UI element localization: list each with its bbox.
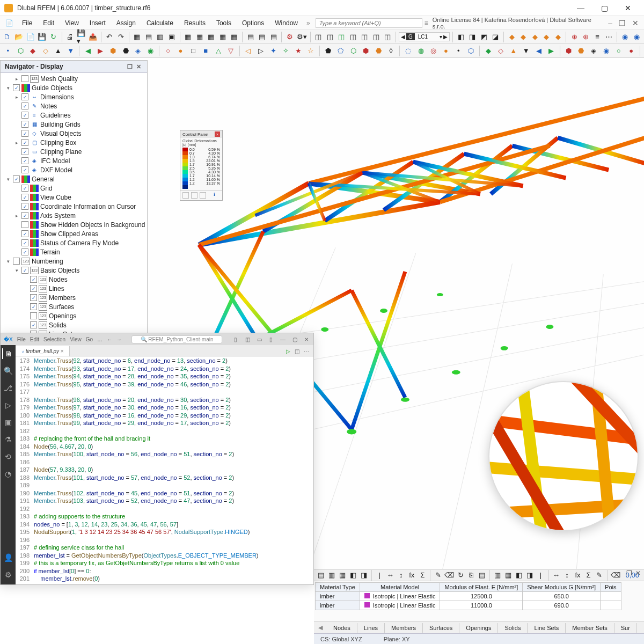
tb2-icon-9[interactable]: ⬣ xyxy=(120,45,131,57)
print-icon[interactable]: 🖨 xyxy=(64,31,75,43)
save-icon[interactable]: 💾 xyxy=(37,31,48,43)
tb2-icon-24[interactable]: ⬟ xyxy=(323,45,334,57)
refresh-icon[interactable]: ↻ xyxy=(48,31,59,43)
tree-checkbox[interactable] xyxy=(21,221,28,228)
code-line[interactable]: 193# adding suppoerts to the structure xyxy=(16,513,313,521)
minimize-button[interactable]: — xyxy=(569,1,592,16)
editor-close-icon[interactable]: ✕ xyxy=(303,336,310,342)
tb2-icon-15[interactable]: ■ xyxy=(200,45,211,57)
tree-checkbox[interactable] xyxy=(21,157,28,164)
tree-checkbox[interactable] xyxy=(21,103,28,109)
control-panel[interactable]: Control Panel× Global Deformations |u| [… xyxy=(180,130,223,201)
editor-tab[interactable]: ⬨ timber_hall.py × xyxy=(16,346,70,356)
grid-e-icon[interactable]: ▦ xyxy=(229,31,240,43)
tree-checkbox[interactable] xyxy=(30,321,37,328)
tabletool-13[interactable]: ⎘ xyxy=(466,570,476,581)
table-header[interactable]: Material Type xyxy=(316,583,360,592)
obj-b-icon[interactable]: ◆ xyxy=(518,31,529,43)
cp-opt1-icon[interactable] xyxy=(182,192,189,199)
tree-checkbox[interactable] xyxy=(21,112,28,119)
tree-checkbox[interactable] xyxy=(21,230,28,237)
tree-item[interactable]: 123Lines xyxy=(1,284,147,293)
tb2-icon-47[interactable]: ● xyxy=(625,45,636,57)
tree-item[interactable]: Terrain xyxy=(1,247,147,257)
code-line[interactable]: 199# this is a temporary fix, as GetObje… xyxy=(16,559,313,567)
view-1-icon[interactable]: ▦ xyxy=(132,31,143,43)
tabletool-24[interactable]: ✎ xyxy=(595,570,604,581)
table-c-icon[interactable]: ▤ xyxy=(268,31,279,43)
grid-b-icon[interactable]: ▦ xyxy=(194,31,205,43)
tabletool-0[interactable]: ▤ xyxy=(316,570,326,581)
explorer-icon[interactable]: 🗎 xyxy=(2,348,13,359)
tree-checkbox[interactable] xyxy=(13,84,20,91)
tb2-icon-2[interactable]: ◆ xyxy=(27,45,39,57)
tb2-icon-11[interactable]: ◉ xyxy=(145,45,156,57)
menu-view[interactable]: View xyxy=(60,17,84,29)
tree-item[interactable]: Coordinate Information on Cursor xyxy=(1,202,147,211)
menu-overflow-icon[interactable]: » xyxy=(303,19,313,27)
code-line[interactable]: 175Member.Truss(94, start_node_no = 28, … xyxy=(16,372,313,380)
obj-e-icon[interactable]: ◆ xyxy=(553,31,564,43)
tree-item[interactable]: ▾ Guide Objects xyxy=(1,83,147,92)
tb2-icon-13[interactable]: ● xyxy=(175,45,186,57)
tabletool-4[interactable]: ◨ xyxy=(359,570,369,581)
tree-checkbox[interactable] xyxy=(21,212,28,219)
code-line[interactable]: 194nodes_no = [1, 3, 12, 14, 23, 25, 34,… xyxy=(16,521,313,529)
tree-checkbox[interactable] xyxy=(13,258,20,265)
tb2-icon-26[interactable]: ⬡ xyxy=(348,45,359,57)
tb2-icon-39[interactable]: ▼ xyxy=(520,45,531,57)
code-line[interactable]: 197# defining service class for the hall xyxy=(16,544,313,552)
menu-assign[interactable]: Assign xyxy=(111,17,141,29)
tree-checkbox[interactable] xyxy=(13,175,20,182)
tree-checkbox[interactable] xyxy=(21,75,28,82)
tabletool-23[interactable]: Σ xyxy=(584,570,594,581)
calc-icon[interactable]: ⚙ xyxy=(284,31,295,43)
editor-menu-go[interactable]: Go xyxy=(86,336,93,342)
tree-item[interactable]: ▾ 123Basic Objects xyxy=(1,266,147,275)
code-line[interactable]: 186 xyxy=(16,458,313,466)
bottom-tab-nodes[interactable]: Nodes xyxy=(327,623,357,633)
tb2-icon-35[interactable]: ⬡ xyxy=(465,45,477,57)
table-row[interactable]: imberIsotropic | Linear Elastic11000.069… xyxy=(316,601,621,610)
editor-menu-file[interactable]: File xyxy=(17,336,26,342)
tables-close-icon[interactable]: ✕ xyxy=(635,569,641,577)
bottom-tab-openings[interactable]: Openings xyxy=(459,623,498,633)
code-area[interactable]: 173Member.Truss(92, start_node_no = 6, e… xyxy=(16,357,313,584)
control-panel-close-icon[interactable]: × xyxy=(215,131,220,137)
code-line[interactable]: 201 member_lst.remove(0) xyxy=(16,575,313,583)
navigator-tree[interactable]: ▸ 123Mesh Quality ▾ Guide Objects ▸ ↔Dim… xyxy=(1,73,147,333)
grid-d-icon[interactable]: ▦ xyxy=(217,31,228,43)
editor-layout1-icon[interactable]: ▯ xyxy=(232,336,239,342)
sub-close-button[interactable]: ✕ xyxy=(629,18,642,28)
tree-item[interactable]: ▸ ▢Clipping Box xyxy=(1,138,147,147)
vis-b-icon[interactable]: ◨ xyxy=(467,31,478,43)
menu-results[interactable]: Results xyxy=(179,17,211,29)
tb2-icon-3[interactable]: ◇ xyxy=(40,45,51,57)
end-b-icon[interactable]: ◉ xyxy=(632,31,642,43)
save-multi-icon[interactable]: 💾▾ xyxy=(76,31,87,43)
cube-a-icon[interactable]: ◫ xyxy=(313,31,324,43)
redo-icon[interactable]: ↷ xyxy=(115,31,126,43)
more-icon[interactable]: ⋯ xyxy=(604,31,614,43)
tb2-icon-1[interactable]: ⬡ xyxy=(14,45,26,57)
tabletool-10[interactable]: ✎ xyxy=(433,570,443,581)
view-3-icon[interactable]: ▥ xyxy=(155,31,166,43)
tree-item[interactable]: ≡Guidelines xyxy=(1,111,147,120)
tabletool-2[interactable]: ▦ xyxy=(338,570,347,581)
table-header[interactable]: Pois xyxy=(601,583,621,592)
open-add-icon[interactable]: 📄 xyxy=(25,31,36,43)
tb2-icon-21[interactable]: ✧ xyxy=(280,45,291,57)
bottom-tab-sur[interactable]: Sur xyxy=(614,623,637,633)
tree-item[interactable]: ▸ ↔Dimensions xyxy=(1,92,147,101)
tb2-icon-41[interactable]: ▶ xyxy=(545,45,557,57)
run-icon[interactable]: ▷ xyxy=(286,348,290,354)
panel-close-icon[interactable]: ✕ xyxy=(134,63,143,70)
table-a-icon[interactable]: ▤ xyxy=(245,31,256,43)
tree-item[interactable]: 123Openings xyxy=(1,311,147,320)
editor-min-icon[interactable]: — xyxy=(279,336,287,342)
bars-icon[interactable]: ≡ xyxy=(592,31,603,43)
tabletool-15[interactable]: ▥ xyxy=(493,570,502,581)
tb2-icon-45[interactable]: ◉ xyxy=(601,45,612,57)
tree-checkbox[interactable] xyxy=(30,276,37,283)
code-line[interactable]: 176Member.Truss(95, start_node_no = 39, … xyxy=(16,380,313,389)
